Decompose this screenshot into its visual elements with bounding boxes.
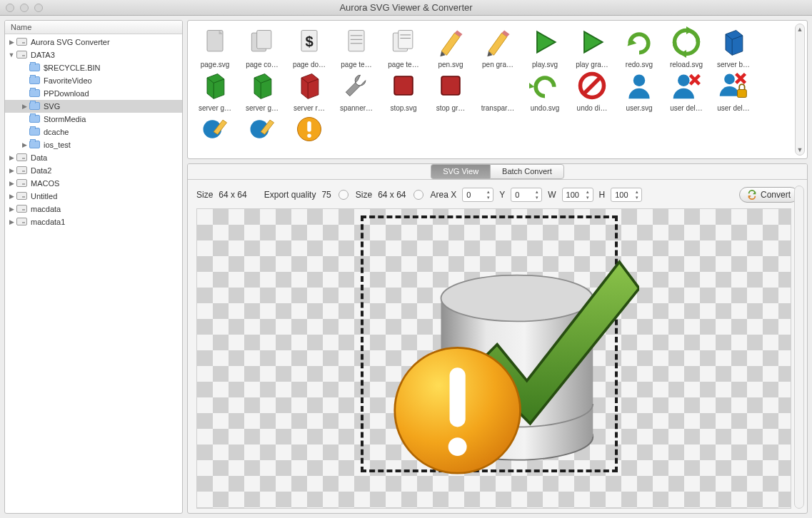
chevron-right-icon[interactable]: ▶ — [8, 180, 15, 187]
file-tree[interactable]: ▶Aurora SVG Converter▼DATA3$RECYCLE.BINF… — [5, 34, 182, 513]
tree-node[interactable]: ▼DATA3 — [5, 49, 182, 61]
scroll-down-icon[interactable]: ▼ — [797, 146, 803, 153]
thumbnail-item[interactable]: server g… — [192, 68, 238, 112]
thumbnail-item[interactable]: redo.svg — [616, 25, 662, 68]
thumbnail-item[interactable] — [286, 112, 332, 148]
thumbnails-scrollbar[interactable]: ▲ ▼ — [795, 24, 805, 156]
svg-point-31 — [448, 437, 467, 456]
thumbnail-label: stop.svg — [382, 104, 425, 112]
output-size-label: Size — [356, 190, 372, 200]
thumbnail-item[interactable]: $page do… — [286, 25, 332, 68]
export-quality-value: 75 — [321, 190, 331, 200]
chevron-right-icon[interactable]: ▶ — [21, 141, 28, 148]
area-y-input[interactable]: 0▴▾ — [511, 188, 542, 202]
thumbnail-item[interactable]: pen gra… — [475, 25, 521, 68]
thumbnail-label: spanner… — [335, 104, 378, 112]
pen-icon — [433, 25, 468, 59]
thumbnail-label: stop gr… — [429, 104, 472, 112]
tree-node[interactable]: ▶ios_test — [5, 138, 182, 151]
window-title: Aurora SVG Viewer & Converter — [0, 2, 812, 13]
chevron-right-icon[interactable]: ▶ — [8, 205, 15, 213]
tab-svg-view[interactable]: SVG View — [431, 164, 490, 179]
thumbnail-item[interactable]: reload.svg — [663, 25, 709, 68]
chevron-right-icon — [21, 90, 28, 97]
tree-node[interactable]: FavoriteVideo — [5, 74, 182, 87]
thumbnail-item[interactable]: stop gr… — [428, 68, 473, 112]
chevron-down-icon[interactable]: ▼ — [8, 51, 15, 59]
chevron-right-icon[interactable]: ▶ — [8, 39, 15, 46]
tree-node-label: PPDownload — [44, 89, 89, 98]
svg-rect-10 — [399, 31, 413, 49]
convert-controls: Size 64 x 64 Export quality 75 Size 64 x… — [188, 180, 807, 208]
thumbnail-item[interactable]: user del… — [663, 68, 709, 112]
tree-node[interactable]: $RECYCLE.BIN — [5, 61, 182, 74]
thumbnail-item[interactable]: stop.svg — [381, 68, 426, 112]
server-blue-icon — [716, 25, 751, 59]
thumbnail-item[interactable]: spanner… — [334, 68, 379, 112]
thumbnail-item[interactable]: server g… — [239, 68, 285, 112]
forbid-icon — [575, 68, 609, 103]
chevron-right-icon[interactable]: ▶ — [8, 154, 15, 161]
file-tree-sidebar: Name ▶Aurora SVG Converter▼DATA3$RECYCLE… — [4, 20, 183, 514]
tree-node[interactable]: ▶Aurora SVG Converter — [5, 36, 182, 49]
thumbnail-item[interactable]: server r… — [286, 68, 332, 112]
thumbnail-label: server g… — [194, 104, 236, 112]
play-icon — [575, 25, 609, 59]
page-text2-icon — [386, 25, 421, 59]
reload-icon — [669, 25, 703, 59]
tree-node[interactable]: ▶MACOS — [5, 177, 182, 190]
area-x-label: Area X — [431, 190, 457, 200]
area-h-input[interactable]: 100▴▾ — [611, 188, 642, 202]
page2-icon — [245, 25, 279, 59]
thumbnail-label: reload.svg — [665, 61, 708, 68]
svg-rect-13 — [394, 76, 413, 95]
thumbnail-label: play gra… — [571, 61, 613, 68]
tree-node[interactable]: PPDownload — [5, 87, 182, 100]
tree-node[interactable]: ▶Untitled — [5, 190, 182, 203]
thumbnail-item[interactable] — [192, 112, 238, 148]
folder-icon — [29, 88, 41, 98]
redo-icon — [622, 25, 656, 59]
tree-node-label: Data — [31, 153, 47, 162]
tree-node[interactable]: ▶Data2 — [5, 164, 182, 177]
page-icon — [198, 25, 232, 59]
chevron-right-icon[interactable]: ▶ — [8, 218, 15, 225]
preview-canvas[interactable] — [196, 208, 791, 509]
tree-node[interactable]: dcache — [5, 126, 182, 138]
thumbnail-item[interactable]: user del… — [711, 68, 756, 112]
sidebar-column-header[interactable]: Name — [5, 21, 182, 34]
output-size-slider[interactable] — [413, 190, 423, 200]
thumbnail-item[interactable]: transpar… — [475, 68, 521, 112]
area-w-input[interactable]: 100▴▾ — [562, 188, 593, 202]
tree-node[interactable]: ▶macdata — [5, 203, 182, 215]
thumbnail-item[interactable] — [239, 112, 285, 148]
thumbnail-item[interactable]: page te… — [381, 25, 426, 68]
thumbnail-item[interactable]: page te… — [334, 25, 379, 68]
scroll-up-icon[interactable]: ▲ — [797, 26, 803, 33]
thumbnail-item[interactable]: server b… — [711, 25, 756, 68]
convert-button[interactable]: Convert — [739, 187, 798, 203]
thumbnail-item[interactable]: user.svg — [616, 68, 662, 112]
thumbnail-item[interactable]: page.svg — [192, 25, 238, 68]
thumbnail-label: transpar… — [476, 104, 519, 112]
thumbnail-item[interactable]: pen.svg — [428, 25, 473, 68]
thumbnail-label: page do… — [288, 61, 331, 68]
chevron-right-icon[interactable]: ▶ — [21, 103, 28, 110]
tree-node[interactable]: ▶macdata1 — [5, 215, 182, 228]
tab-batch-convert[interactable]: Batch Convert — [490, 164, 564, 179]
thumbnail-item[interactable]: play gra… — [569, 25, 615, 68]
chevron-right-icon[interactable]: ▶ — [8, 193, 15, 200]
bluepen-icon — [245, 112, 279, 146]
thumbnail-item[interactable]: undo.svg — [522, 68, 568, 112]
tree-node-label: ios_test — [44, 141, 71, 149]
tree-node[interactable]: ▶Data — [5, 151, 182, 164]
chevron-right-icon[interactable]: ▶ — [8, 167, 15, 174]
thumbnail-item[interactable]: page co… — [239, 25, 285, 68]
thumbnail-item[interactable]: undo di… — [569, 68, 615, 112]
area-x-input[interactable]: 0▴▾ — [462, 188, 493, 202]
tree-node[interactable]: ▶SVG — [5, 100, 182, 113]
export-quality-slider[interactable] — [339, 190, 349, 200]
thumbnail-item[interactable]: play.svg — [522, 25, 568, 68]
preview-scrollbar[interactable] — [794, 186, 804, 509]
tree-node[interactable]: StormMedia — [5, 113, 182, 126]
